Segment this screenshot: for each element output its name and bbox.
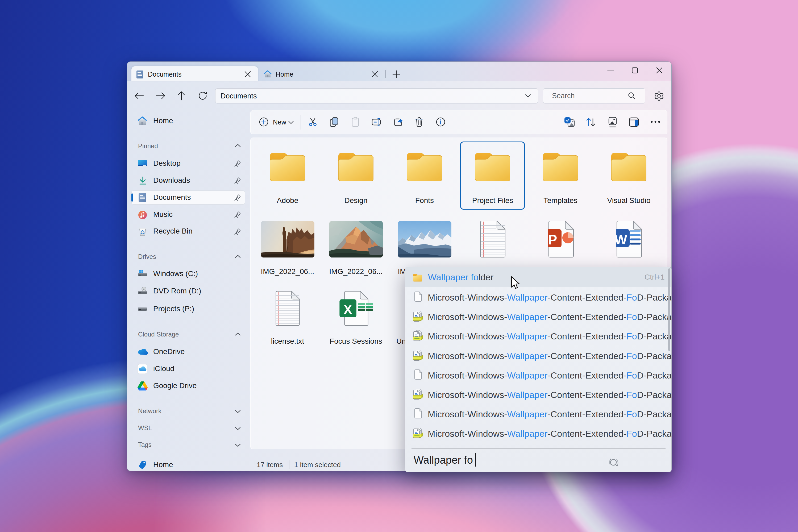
svg-text:X: X	[343, 302, 352, 317]
svg-text:P: P	[548, 232, 557, 247]
svg-text:W: W	[616, 232, 627, 247]
